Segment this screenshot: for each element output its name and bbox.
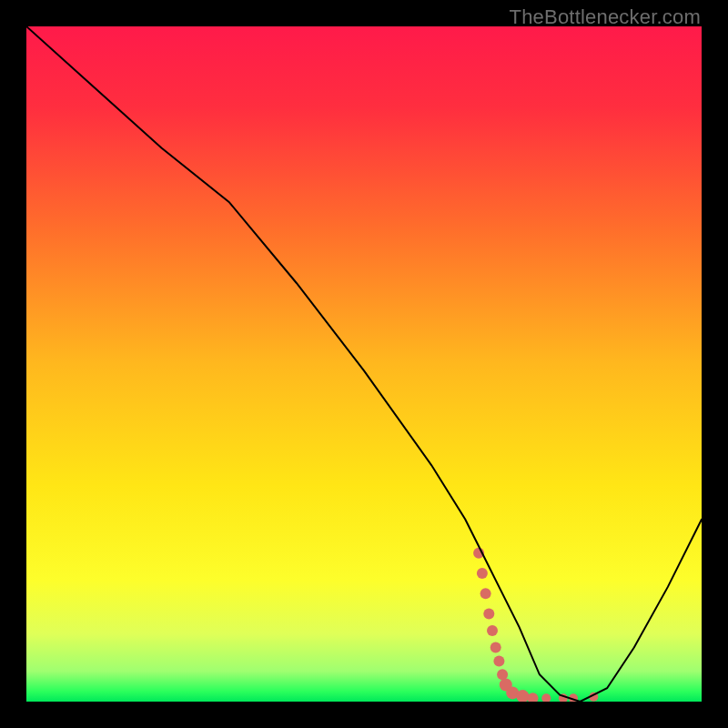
marker-dot — [493, 656, 504, 667]
marker-dot — [483, 609, 494, 620]
marker-dot — [477, 568, 488, 579]
gradient-background — [26, 26, 702, 702]
marker-dot — [480, 588, 491, 599]
marker-dot — [487, 625, 498, 636]
chart-frame — [26, 26, 702, 702]
marker-dot — [490, 642, 501, 653]
marker-dot — [497, 669, 508, 680]
bottleneck-chart — [26, 26, 702, 702]
